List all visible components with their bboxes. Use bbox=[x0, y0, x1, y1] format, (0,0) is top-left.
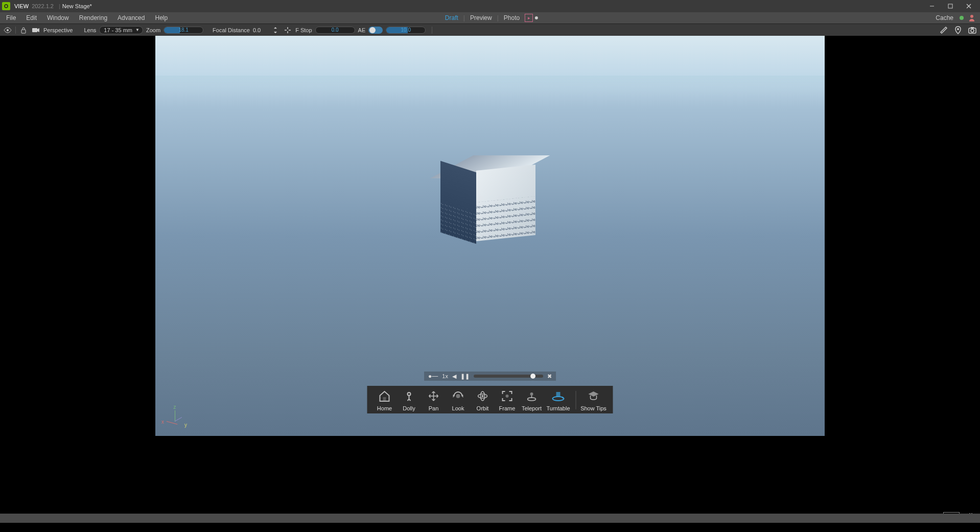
stage-name: New Stage* bbox=[62, 3, 92, 9]
svg-point-9 bbox=[957, 28, 959, 30]
minimize-button[interactable] bbox=[923, 0, 941, 12]
playback-overlay: ●— 1x ◀ ❚❚ ✖ bbox=[424, 372, 556, 381]
axis-y-label: y bbox=[184, 422, 187, 428]
status-bar bbox=[0, 514, 980, 523]
orbit-icon bbox=[476, 389, 490, 403]
camera-icon[interactable] bbox=[31, 26, 40, 35]
svg-point-21 bbox=[530, 392, 533, 396]
mode-draft[interactable]: Draft bbox=[442, 14, 461, 21]
menu-window[interactable]: Window bbox=[42, 12, 74, 24]
nav-teleport[interactable]: Teleport bbox=[520, 389, 544, 411]
frame-icon bbox=[500, 389, 515, 403]
maximize-button[interactable] bbox=[941, 0, 960, 12]
app-logo bbox=[2, 2, 10, 10]
focal-arrows-icon[interactable] bbox=[271, 26, 280, 35]
app-name: VIEW bbox=[14, 3, 29, 9]
nav-orbit[interactable]: Orbit bbox=[471, 389, 495, 411]
timeline-slider[interactable] bbox=[474, 375, 543, 378]
axis-gizmo[interactable]: z x y bbox=[165, 406, 185, 427]
pan-icon bbox=[427, 389, 441, 403]
teleport-icon bbox=[525, 389, 539, 403]
svg-point-0 bbox=[5, 5, 8, 8]
mode-indicator-dot bbox=[535, 16, 538, 19]
svg-point-14 bbox=[408, 392, 411, 396]
menu-bar: File Edit Window Rendering Advanced Help… bbox=[0, 12, 980, 24]
lens-select[interactable]: 17 - 35 mm bbox=[99, 26, 143, 34]
dolly-icon bbox=[402, 389, 416, 403]
close-button[interactable] bbox=[960, 0, 978, 12]
bottom-panel: 720p bbox=[0, 436, 980, 523]
waypoint-icon[interactable] bbox=[953, 26, 963, 35]
svg-rect-23 bbox=[556, 392, 561, 397]
svg-rect-8 bbox=[32, 28, 37, 32]
focal-distance-label: Focal Distance bbox=[213, 27, 250, 33]
svg-rect-13 bbox=[383, 397, 386, 401]
nav-frame[interactable]: Frame bbox=[495, 389, 520, 411]
zoom-value: 18.1 bbox=[178, 27, 188, 33]
measure-icon[interactable] bbox=[939, 26, 948, 35]
viewport[interactable]: z x y ●— 1x ◀ ❚❚ ✖ Home bbox=[155, 36, 825, 436]
lock-icon[interactable] bbox=[19, 26, 28, 35]
playback-speed[interactable]: 1x bbox=[442, 373, 448, 379]
home-icon bbox=[378, 389, 392, 403]
exposure-value: 10.0 bbox=[401, 27, 411, 33]
play-reverse-icon[interactable]: ◀ bbox=[452, 373, 456, 380]
viewport-container: z x y ●— 1x ◀ ❚❚ ✖ Home bbox=[0, 36, 980, 436]
menu-advanced[interactable]: Advanced bbox=[112, 12, 150, 24]
turntable-icon bbox=[551, 389, 566, 403]
capture-icon[interactable] bbox=[968, 26, 977, 35]
axis-z-label: z bbox=[174, 404, 176, 410]
nav-dolly[interactable]: Dolly bbox=[397, 389, 422, 411]
title-separator: | bbox=[59, 3, 60, 9]
mode-badge-icon[interactable]: ▸ bbox=[525, 14, 533, 22]
title-bar: VIEW 2022.1.2 | New Stage* bbox=[0, 0, 980, 12]
menu-file[interactable]: File bbox=[1, 12, 21, 24]
exposure-slider[interactable]: 10.0 bbox=[386, 27, 426, 34]
svg-point-15 bbox=[456, 394, 460, 398]
look-icon bbox=[451, 389, 465, 403]
cache-label[interactable]: Cache bbox=[936, 14, 953, 21]
focal-target-icon[interactable] bbox=[283, 26, 292, 35]
fstop-label: F Stop bbox=[295, 27, 312, 33]
fstop-slider[interactable]: 0.0 bbox=[315, 27, 355, 34]
focal-distance-value[interactable]: 0.0 bbox=[253, 27, 261, 33]
nav-look[interactable]: Look bbox=[446, 389, 471, 411]
nav-show-tips[interactable]: Show Tips bbox=[579, 389, 608, 411]
lens-label: Lens bbox=[84, 27, 96, 33]
ae-label: AE bbox=[358, 27, 366, 33]
svg-rect-2 bbox=[948, 4, 952, 8]
mode-photo[interactable]: Photo bbox=[501, 14, 523, 21]
render-mode-switch: Draft | Preview | Photo ▸ bbox=[442, 14, 538, 22]
cache-status-icon bbox=[960, 16, 964, 20]
pause-icon[interactable]: ❚❚ bbox=[460, 373, 470, 380]
app-version: 2022.1.2 bbox=[32, 3, 54, 9]
mode-preview[interactable]: Preview bbox=[467, 14, 495, 21]
svg-point-5 bbox=[970, 15, 973, 18]
nav-home[interactable]: Home bbox=[372, 389, 397, 411]
zoom-slider[interactable]: 18.1 bbox=[164, 27, 203, 34]
svg-rect-7 bbox=[21, 30, 26, 33]
svg-point-11 bbox=[971, 29, 974, 32]
svg-rect-12 bbox=[971, 27, 974, 29]
menu-rendering[interactable]: Rendering bbox=[74, 12, 112, 24]
axis-x-label: x bbox=[161, 419, 164, 425]
menu-help[interactable]: Help bbox=[150, 12, 173, 24]
visibility-icon[interactable] bbox=[3, 26, 12, 35]
zoom-label: Zoom bbox=[146, 27, 160, 33]
camera-toolbar: Perspective Lens 17 - 35 mm Zoom 18.1 Fo… bbox=[0, 24, 980, 36]
nav-pan[interactable]: Pan bbox=[422, 389, 446, 411]
navigation-toolbar: Home Dolly Pan Look bbox=[367, 386, 613, 413]
camera-name[interactable]: Perspective bbox=[43, 27, 73, 33]
fstop-value: 0.0 bbox=[332, 27, 339, 33]
speed-dot-icon[interactable]: ●— bbox=[428, 373, 438, 380]
svg-point-6 bbox=[7, 29, 9, 31]
menu-edit[interactable]: Edit bbox=[21, 12, 42, 24]
ae-toggle[interactable] bbox=[368, 27, 383, 34]
svg-point-19 bbox=[506, 395, 509, 398]
svg-point-22 bbox=[553, 397, 564, 401]
nav-turntable[interactable]: Turntable bbox=[544, 389, 573, 411]
show-tips-icon bbox=[587, 389, 601, 403]
scene-cube bbox=[441, 155, 539, 252]
user-icon[interactable] bbox=[968, 14, 976, 22]
timeline-close-icon[interactable]: ✖ bbox=[547, 373, 552, 380]
